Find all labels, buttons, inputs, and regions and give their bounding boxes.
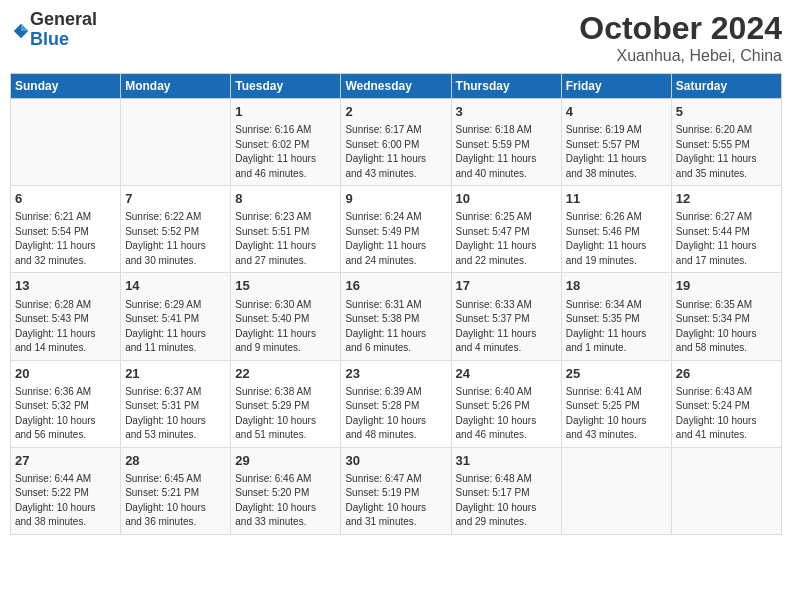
cell-content: Sunrise: 6:47 AMSunset: 5:19 PMDaylight:… bbox=[345, 472, 446, 530]
cell-content: Sunrise: 6:43 AMSunset: 5:24 PMDaylight:… bbox=[676, 385, 777, 443]
cell-content: Sunrise: 6:21 AMSunset: 5:54 PMDaylight:… bbox=[15, 210, 116, 268]
calendar-cell: 27Sunrise: 6:44 AMSunset: 5:22 PMDayligh… bbox=[11, 447, 121, 534]
calendar-cell: 1Sunrise: 6:16 AMSunset: 6:02 PMDaylight… bbox=[231, 99, 341, 186]
calendar-cell: 12Sunrise: 6:27 AMSunset: 5:44 PMDayligh… bbox=[671, 186, 781, 273]
cell-content: Sunrise: 6:35 AMSunset: 5:34 PMDaylight:… bbox=[676, 298, 777, 356]
cell-content: Sunrise: 6:38 AMSunset: 5:29 PMDaylight:… bbox=[235, 385, 336, 443]
day-number: 28 bbox=[125, 452, 226, 470]
cell-content: Sunrise: 6:26 AMSunset: 5:46 PMDaylight:… bbox=[566, 210, 667, 268]
logo-icon bbox=[12, 22, 30, 40]
calendar-cell: 8Sunrise: 6:23 AMSunset: 5:51 PMDaylight… bbox=[231, 186, 341, 273]
header-cell-sunday: Sunday bbox=[11, 74, 121, 99]
day-number: 8 bbox=[235, 190, 336, 208]
calendar-cell: 24Sunrise: 6:40 AMSunset: 5:26 PMDayligh… bbox=[451, 360, 561, 447]
day-number: 5 bbox=[676, 103, 777, 121]
cell-content: Sunrise: 6:46 AMSunset: 5:20 PMDaylight:… bbox=[235, 472, 336, 530]
cell-content: Sunrise: 6:27 AMSunset: 5:44 PMDaylight:… bbox=[676, 210, 777, 268]
day-number: 9 bbox=[345, 190, 446, 208]
cell-content: Sunrise: 6:48 AMSunset: 5:17 PMDaylight:… bbox=[456, 472, 557, 530]
header-cell-wednesday: Wednesday bbox=[341, 74, 451, 99]
day-number: 11 bbox=[566, 190, 667, 208]
day-number: 27 bbox=[15, 452, 116, 470]
cell-content: Sunrise: 6:41 AMSunset: 5:25 PMDaylight:… bbox=[566, 385, 667, 443]
logo-text: General Blue bbox=[30, 10, 97, 50]
day-number: 19 bbox=[676, 277, 777, 295]
day-number: 1 bbox=[235, 103, 336, 121]
calendar-header: SundayMondayTuesdayWednesdayThursdayFrid… bbox=[11, 74, 782, 99]
cell-content: Sunrise: 6:44 AMSunset: 5:22 PMDaylight:… bbox=[15, 472, 116, 530]
calendar-cell: 29Sunrise: 6:46 AMSunset: 5:20 PMDayligh… bbox=[231, 447, 341, 534]
day-number: 12 bbox=[676, 190, 777, 208]
cell-content: Sunrise: 6:34 AMSunset: 5:35 PMDaylight:… bbox=[566, 298, 667, 356]
calendar-cell: 31Sunrise: 6:48 AMSunset: 5:17 PMDayligh… bbox=[451, 447, 561, 534]
day-number: 17 bbox=[456, 277, 557, 295]
page-header: General Blue October 2024 Xuanhua, Hebei… bbox=[10, 10, 782, 65]
cell-content: Sunrise: 6:25 AMSunset: 5:47 PMDaylight:… bbox=[456, 210, 557, 268]
calendar-cell bbox=[671, 447, 781, 534]
calendar-cell bbox=[121, 99, 231, 186]
cell-content: Sunrise: 6:37 AMSunset: 5:31 PMDaylight:… bbox=[125, 385, 226, 443]
day-number: 30 bbox=[345, 452, 446, 470]
day-number: 18 bbox=[566, 277, 667, 295]
calendar-cell: 3Sunrise: 6:18 AMSunset: 5:59 PMDaylight… bbox=[451, 99, 561, 186]
day-number: 25 bbox=[566, 365, 667, 383]
calendar-cell: 22Sunrise: 6:38 AMSunset: 5:29 PMDayligh… bbox=[231, 360, 341, 447]
cell-content: Sunrise: 6:29 AMSunset: 5:41 PMDaylight:… bbox=[125, 298, 226, 356]
cell-content: Sunrise: 6:40 AMSunset: 5:26 PMDaylight:… bbox=[456, 385, 557, 443]
day-number: 6 bbox=[15, 190, 116, 208]
calendar-cell: 28Sunrise: 6:45 AMSunset: 5:21 PMDayligh… bbox=[121, 447, 231, 534]
cell-content: Sunrise: 6:16 AMSunset: 6:02 PMDaylight:… bbox=[235, 123, 336, 181]
calendar-row-3: 20Sunrise: 6:36 AMSunset: 5:32 PMDayligh… bbox=[11, 360, 782, 447]
cell-content: Sunrise: 6:20 AMSunset: 5:55 PMDaylight:… bbox=[676, 123, 777, 181]
calendar-cell: 25Sunrise: 6:41 AMSunset: 5:25 PMDayligh… bbox=[561, 360, 671, 447]
calendar-row-4: 27Sunrise: 6:44 AMSunset: 5:22 PMDayligh… bbox=[11, 447, 782, 534]
calendar-cell: 26Sunrise: 6:43 AMSunset: 5:24 PMDayligh… bbox=[671, 360, 781, 447]
day-number: 22 bbox=[235, 365, 336, 383]
header-row: SundayMondayTuesdayWednesdayThursdayFrid… bbox=[11, 74, 782, 99]
calendar-row-0: 1Sunrise: 6:16 AMSunset: 6:02 PMDaylight… bbox=[11, 99, 782, 186]
calendar-cell: 16Sunrise: 6:31 AMSunset: 5:38 PMDayligh… bbox=[341, 273, 451, 360]
cell-content: Sunrise: 6:33 AMSunset: 5:37 PMDaylight:… bbox=[456, 298, 557, 356]
day-number: 24 bbox=[456, 365, 557, 383]
header-cell-friday: Friday bbox=[561, 74, 671, 99]
calendar-cell: 7Sunrise: 6:22 AMSunset: 5:52 PMDaylight… bbox=[121, 186, 231, 273]
calendar-cell: 10Sunrise: 6:25 AMSunset: 5:47 PMDayligh… bbox=[451, 186, 561, 273]
cell-content: Sunrise: 6:17 AMSunset: 6:00 PMDaylight:… bbox=[345, 123, 446, 181]
calendar-row-1: 6Sunrise: 6:21 AMSunset: 5:54 PMDaylight… bbox=[11, 186, 782, 273]
logo-blue: Blue bbox=[30, 30, 97, 50]
calendar-cell: 23Sunrise: 6:39 AMSunset: 5:28 PMDayligh… bbox=[341, 360, 451, 447]
calendar-row-2: 13Sunrise: 6:28 AMSunset: 5:43 PMDayligh… bbox=[11, 273, 782, 360]
header-cell-tuesday: Tuesday bbox=[231, 74, 341, 99]
calendar-cell: 4Sunrise: 6:19 AMSunset: 5:57 PMDaylight… bbox=[561, 99, 671, 186]
title-block: October 2024 Xuanhua, Hebei, China bbox=[579, 10, 782, 65]
calendar-cell: 6Sunrise: 6:21 AMSunset: 5:54 PMDaylight… bbox=[11, 186, 121, 273]
cell-content: Sunrise: 6:39 AMSunset: 5:28 PMDaylight:… bbox=[345, 385, 446, 443]
calendar-cell: 2Sunrise: 6:17 AMSunset: 6:00 PMDaylight… bbox=[341, 99, 451, 186]
day-number: 20 bbox=[15, 365, 116, 383]
cell-content: Sunrise: 6:22 AMSunset: 5:52 PMDaylight:… bbox=[125, 210, 226, 268]
calendar-cell: 30Sunrise: 6:47 AMSunset: 5:19 PMDayligh… bbox=[341, 447, 451, 534]
day-number: 16 bbox=[345, 277, 446, 295]
calendar-cell: 11Sunrise: 6:26 AMSunset: 5:46 PMDayligh… bbox=[561, 186, 671, 273]
cell-content: Sunrise: 6:19 AMSunset: 5:57 PMDaylight:… bbox=[566, 123, 667, 181]
cell-content: Sunrise: 6:45 AMSunset: 5:21 PMDaylight:… bbox=[125, 472, 226, 530]
day-number: 7 bbox=[125, 190, 226, 208]
calendar-table: SundayMondayTuesdayWednesdayThursdayFrid… bbox=[10, 73, 782, 535]
calendar-cell: 19Sunrise: 6:35 AMSunset: 5:34 PMDayligh… bbox=[671, 273, 781, 360]
calendar-cell bbox=[561, 447, 671, 534]
calendar-cell: 20Sunrise: 6:36 AMSunset: 5:32 PMDayligh… bbox=[11, 360, 121, 447]
header-cell-saturday: Saturday bbox=[671, 74, 781, 99]
cell-content: Sunrise: 6:24 AMSunset: 5:49 PMDaylight:… bbox=[345, 210, 446, 268]
logo: General Blue bbox=[10, 10, 97, 50]
calendar-cell: 18Sunrise: 6:34 AMSunset: 5:35 PMDayligh… bbox=[561, 273, 671, 360]
day-number: 31 bbox=[456, 452, 557, 470]
calendar-title: October 2024 bbox=[579, 10, 782, 47]
cell-content: Sunrise: 6:28 AMSunset: 5:43 PMDaylight:… bbox=[15, 298, 116, 356]
calendar-subtitle: Xuanhua, Hebei, China bbox=[579, 47, 782, 65]
svg-marker-1 bbox=[21, 24, 28, 31]
day-number: 23 bbox=[345, 365, 446, 383]
calendar-cell: 14Sunrise: 6:29 AMSunset: 5:41 PMDayligh… bbox=[121, 273, 231, 360]
cell-content: Sunrise: 6:23 AMSunset: 5:51 PMDaylight:… bbox=[235, 210, 336, 268]
day-number: 2 bbox=[345, 103, 446, 121]
logo-general: General bbox=[30, 10, 97, 30]
